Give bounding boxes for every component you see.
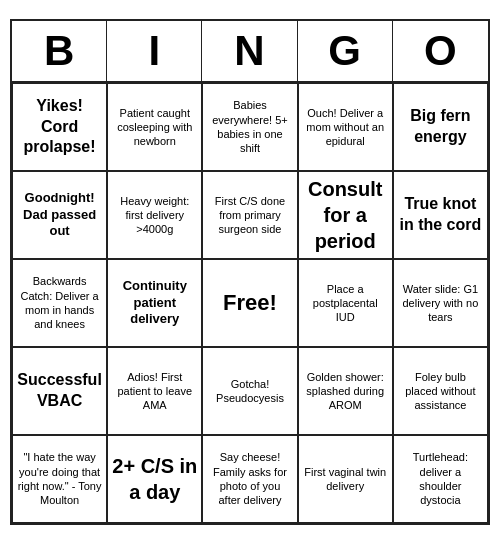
bingo-cell-1[interactable]: Patient caught cosleeping with newborn bbox=[107, 83, 202, 171]
bingo-cell-7[interactable]: First C/S done from primary surgeon side bbox=[202, 171, 297, 259]
bingo-cell-15[interactable]: Successful VBAC bbox=[12, 347, 107, 435]
bingo-cell-4[interactable]: Big fern energy bbox=[393, 83, 488, 171]
bingo-cell-14[interactable]: Water slide: G1 delivery with no tears bbox=[393, 259, 488, 347]
bingo-grid: Yikes! Cord prolapse!Patient caught cosl… bbox=[12, 83, 488, 523]
bingo-cell-3[interactable]: Ouch! Deliver a mom without an epidural bbox=[298, 83, 393, 171]
bingo-cell-8[interactable]: Consult for a period bbox=[298, 171, 393, 259]
bingo-card: BINGO Yikes! Cord prolapse!Patient caugh… bbox=[10, 19, 490, 525]
bingo-cell-19[interactable]: Foley bulb placed without assistance bbox=[393, 347, 488, 435]
bingo-cell-13[interactable]: Place a postplacental IUD bbox=[298, 259, 393, 347]
bingo-cell-11[interactable]: Continuity patient delivery bbox=[107, 259, 202, 347]
bingo-cell-23[interactable]: First vaginal twin delivery bbox=[298, 435, 393, 523]
bingo-letter-B: B bbox=[12, 21, 107, 81]
bingo-cell-9[interactable]: True knot in the cord bbox=[393, 171, 488, 259]
bingo-header: BINGO bbox=[12, 21, 488, 83]
bingo-cell-21[interactable]: 2+ C/S in a day bbox=[107, 435, 202, 523]
bingo-cell-22[interactable]: Say cheese! Family asks for photo of you… bbox=[202, 435, 297, 523]
bingo-cell-10[interactable]: Backwards Catch: Deliver a mom in hands … bbox=[12, 259, 107, 347]
bingo-letter-N: N bbox=[202, 21, 297, 81]
bingo-cell-6[interactable]: Heavy weight: first delivery >4000g bbox=[107, 171, 202, 259]
bingo-letter-I: I bbox=[107, 21, 202, 81]
bingo-cell-12[interactable]: Free! bbox=[202, 259, 297, 347]
bingo-cell-5[interactable]: Goodnight! Dad passed out bbox=[12, 171, 107, 259]
bingo-letter-O: O bbox=[393, 21, 488, 81]
bingo-cell-18[interactable]: Golden shower: splashed during AROM bbox=[298, 347, 393, 435]
bingo-cell-2[interactable]: Babies everywhere! 5+ babies in one shif… bbox=[202, 83, 297, 171]
bingo-cell-0[interactable]: Yikes! Cord prolapse! bbox=[12, 83, 107, 171]
bingo-cell-20[interactable]: "I hate the way you're doing that right … bbox=[12, 435, 107, 523]
bingo-cell-17[interactable]: Gotcha! Pseudocyesis bbox=[202, 347, 297, 435]
bingo-letter-G: G bbox=[298, 21, 393, 81]
bingo-cell-24[interactable]: Turtlehead: deliver a shoulder dystocia bbox=[393, 435, 488, 523]
bingo-cell-16[interactable]: Adios! First patient to leave AMA bbox=[107, 347, 202, 435]
